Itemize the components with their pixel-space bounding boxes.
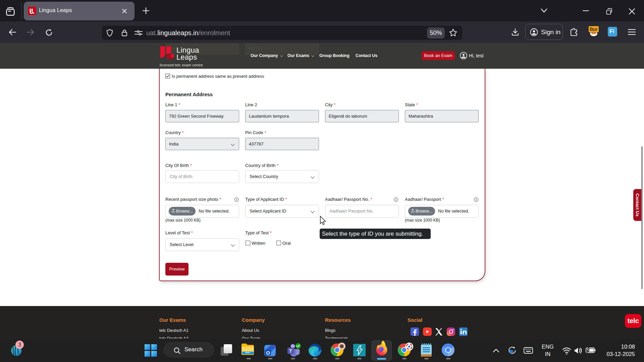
svg-text:T: T [289, 348, 292, 354]
svg-text:O: O [266, 350, 270, 356]
